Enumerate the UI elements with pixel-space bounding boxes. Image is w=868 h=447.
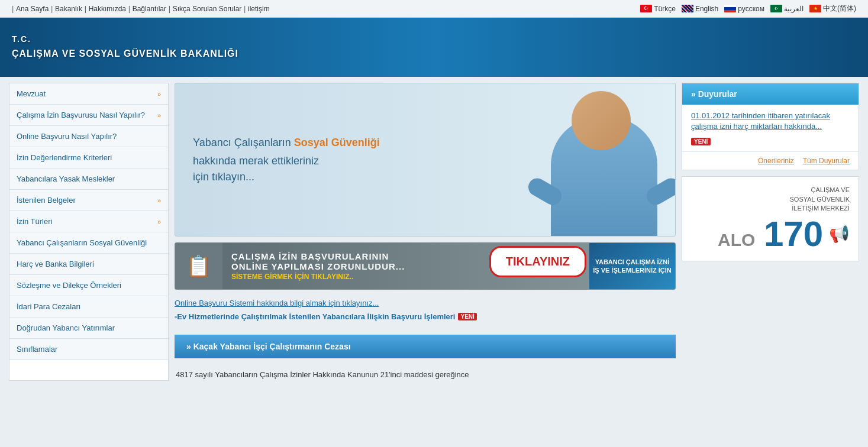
description-text: 4817 sayılı Yabancıların Çalışma İzinler… — [175, 369, 676, 381]
header-banner: T.C. ÇALIŞMA VE SOSYAL GÜVENLİK BAKANLIĞ… — [0, 18, 868, 77]
arrow-icon: » — [157, 112, 161, 119]
nav-separator: | — [12, 4, 16, 13]
right-panel: » Duyurular 01.01.2012 tarihinden itibar… — [682, 83, 859, 381]
onerileriniz-link[interactable]: Önerileriniz — [758, 157, 794, 165]
announcements-header: » Duyurular — [682, 83, 859, 105]
nav-sikca[interactable]: Sıkça Sorulan Sorular — [173, 5, 242, 13]
hero-text: Yabancı Çalışanların Sosyal Güvenliği ha… — [175, 123, 398, 197]
yeni-badge: YENİ — [458, 313, 476, 320]
announcement-yeni-badge: YENİ — [691, 138, 711, 145]
sidebar-item-izin-turleri[interactable]: İzin Türleri » — [9, 211, 168, 232]
header-banner-inner: T.C. ÇALIŞMA VE SOSYAL GÜVENLİK BAKANLIĞ… — [0, 18, 868, 77]
hero-main-line1: Yabancı Çalışanların Sosyal Güvenliği — [193, 135, 380, 151]
nav-iletisim[interactable]: iletişim — [248, 5, 270, 13]
language-switcher: ☪ Türkçe English русском ☪ العربية ★ 中文(… — [640, 4, 856, 14]
arrow-icon: » — [157, 197, 161, 204]
sidebar-item-harc-banka[interactable]: Harç ve Banka Bilgileri — [9, 254, 168, 275]
tum-duyurular-link[interactable]: Tüm Duyurular — [803, 157, 850, 165]
tiklayiniz-bubble[interactable]: TIKLAYINIZ — [489, 246, 586, 277]
alo-top-text: ÇALIŞMA VE SOSYAL GÜVENLİK İLETİŞİM MERK… — [691, 186, 850, 213]
sidebar-item-izin-kriter[interactable]: İzin Değerlendirme Kriterleri — [9, 147, 168, 169]
announcements-body: 01.01.2012 tarihinden itibaren yatırılac… — [682, 105, 859, 151]
foreign-work-banner: YABANCI ÇALIŞMA İZNİ İŞ VE İŞLEMLERİNİZ … — [589, 243, 675, 289]
nav-bakanlik[interactable]: Bakanlık — [55, 5, 82, 13]
person-illustration — [521, 83, 675, 236]
sidebar-item-siniflamalar[interactable]: Sınıflamalar — [9, 339, 168, 360]
sidebar-item-istenilen-belgeler[interactable]: İstenilen Belgeler » — [9, 190, 168, 211]
hero-image-area — [486, 83, 675, 236]
person-head — [572, 91, 631, 150]
sidebar-item-online-basvuru[interactable]: Online Başvuru Nasıl Yapılır? — [9, 126, 168, 147]
hero-main-line2: hakkında merak ettikleriniz — [193, 153, 380, 169]
links-section: Online Başvuru Sistemi hakkında bilgi al… — [175, 296, 676, 329]
sidebar-item-sozlesme[interactable]: Sözleşme ve Dilekçe Örnekleri — [9, 275, 168, 296]
announcements-box: » Duyurular 01.01.2012 tarihinden itibar… — [682, 83, 859, 170]
nav-hakkimizda[interactable]: Hakkımızda — [89, 5, 126, 13]
lang-chinese[interactable]: ★ 中文(简体) — [809, 4, 856, 14]
app-icon: 📋 — [175, 242, 222, 290]
top-navigation: | Ana Sayfa | Bakanlık | Hakkımızda | Ba… — [0, 0, 868, 18]
main-wrapper: Mevzuat » Çalışma İzin Başvurusu Nasıl Y… — [0, 77, 868, 387]
sidebar-item-yasak-meslekler[interactable]: Yabancılara Yasak Meslekler — [9, 169, 168, 190]
online-basvuru-link[interactable]: Online Başvuru Sistemi hakkında bilgi al… — [175, 299, 676, 307]
announcements-footer: Önerileriniz Tüm Duyurular — [682, 151, 859, 170]
alo-number-area: ALO 170 📢 — [691, 216, 850, 252]
site-logo-text: T.C. ÇALIŞMA VE SOSYAL GÜVENLİK BAKANLIĞ… — [12, 34, 238, 60]
lang-english[interactable]: English — [682, 5, 718, 13]
sidebar-item-sosyal-guvenlik[interactable]: Yabancı Çalışanların Sosyal Güvenliği — [9, 232, 168, 254]
content-area: Yabancı Çalışanların Sosyal Güvenliği ha… — [175, 83, 676, 381]
sidebar-item-dogrudan-yabanci[interactable]: Doğrudan Yabancı Yatırımlar — [9, 318, 168, 339]
speaker-icon: 📢 — [829, 224, 850, 244]
online-app-banner[interactable]: 📋 ÇALIŞMA İZİN BAŞVURULARININ ONLİNE YAP… — [175, 242, 676, 290]
nav-ana-sayfa[interactable]: Ana Sayfa — [16, 5, 49, 13]
announcement-item-0[interactable]: 01.01.2012 tarihinden itibaren yatırılac… — [691, 111, 850, 132]
ev-hizmetleri-link[interactable]: -Ev Hizmetlerinde Çalıştırılmak İstenile… — [175, 312, 676, 321]
kacak-yabanci-button[interactable]: » Kaçak Yabancı İşçi Çalıştırmanın Cezas… — [175, 335, 676, 358]
sidebar-item-mevzuat[interactable]: Mevzuat » — [9, 83, 168, 105]
hero-main-line3: için tıklayın... — [193, 169, 380, 185]
sidebar-item-idari-para[interactable]: İdari Para Cezaları — [9, 296, 168, 318]
sidebar: Mevzuat » Çalışma İzin Başvurusu Nasıl Y… — [9, 83, 169, 381]
hero-highlight: Sosyal Güvenliği — [294, 137, 380, 148]
lang-turkish[interactable]: ☪ Türkçe — [640, 5, 676, 13]
arrow-icon: » — [157, 90, 161, 98]
nav-baglantılar[interactable]: Bağlantılar — [133, 5, 166, 13]
lang-arabic[interactable]: ☪ العربية — [770, 5, 804, 13]
alo-number: ALO 170 — [718, 216, 823, 252]
alo-box: ÇALIŞMA VE SOSYAL GÜVENLİK İLETİŞİM MERK… — [682, 176, 859, 261]
sidebar-item-calisma-izin[interactable]: Çalışma İzin Başvurusu Nasıl Yapılır? » — [9, 105, 168, 126]
arrow-icon: » — [157, 218, 161, 225]
hero-banner[interactable]: Yabancı Çalışanların Sosyal Güvenliği ha… — [175, 83, 676, 237]
lang-russian[interactable]: русском — [724, 5, 764, 13]
nav-links: | Ana Sayfa | Bakanlık | Hakkımızda | Ba… — [12, 4, 270, 13]
